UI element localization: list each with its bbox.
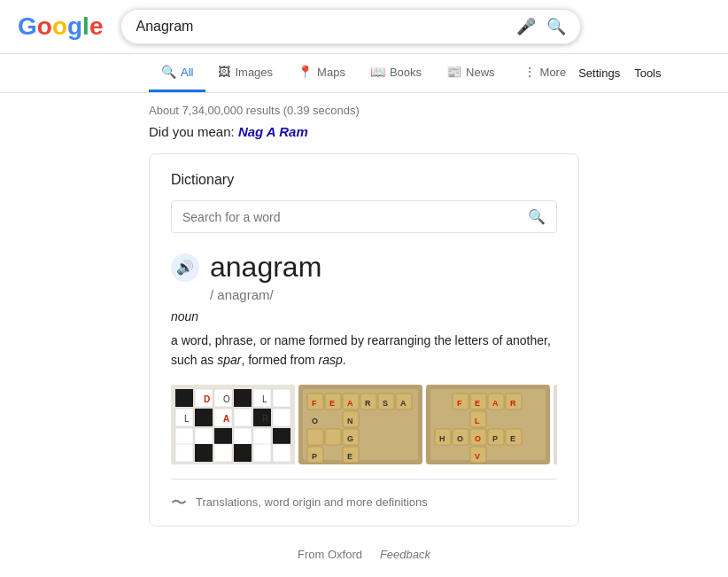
did-you-mean: Did you mean: Nag A Ram (149, 124, 579, 139)
tab-news[interactable]: 📰 News (434, 54, 507, 92)
search-submit-icon[interactable]: 🔍 (546, 17, 566, 36)
svg-text:E: E (475, 399, 480, 408)
all-tab-icon: 🔍 (161, 65, 176, 79)
svg-text:N: N (347, 417, 353, 425)
google-logo[interactable]: Google (18, 12, 103, 41)
svg-text:A: A (492, 399, 499, 408)
definition-example2: rasp (319, 353, 343, 367)
results-container: About 7,34,00,000 results (0.39 seconds)… (0, 93, 728, 577)
svg-rect-23 (234, 444, 252, 462)
tab-images[interactable]: 🖼 Images (205, 54, 285, 92)
svg-rect-11 (234, 409, 252, 426)
dictionary-search-input[interactable] (182, 210, 528, 224)
svg-rect-24 (253, 444, 271, 462)
svg-rect-14 (175, 428, 193, 446)
header: Google Anagram 🎤 🔍 (0, 0, 728, 54)
svg-rect-9 (195, 409, 213, 426)
dictionary-search-bar: 🔍 (171, 200, 557, 233)
svg-text:L: L (262, 394, 267, 404)
svg-rect-21 (195, 444, 213, 462)
dict-footer[interactable]: 〜 Translations, word origin and more def… (171, 479, 557, 526)
images-tab-icon: 🖼 (218, 65, 230, 79)
maps-tab-icon: 📍 (298, 65, 313, 79)
did-you-mean-link[interactable]: Nag A Ram (238, 124, 308, 139)
svg-rect-13 (273, 409, 290, 426)
svg-rect-25 (273, 444, 290, 462)
svg-rect-84 (554, 385, 557, 464)
svg-text:F: F (457, 399, 462, 408)
word-text: anagram (210, 251, 321, 284)
dict-image-1[interactable]: D O L L A R (171, 385, 295, 464)
svg-text:A: A (347, 399, 353, 408)
svg-rect-5 (234, 389, 252, 407)
svg-text:R: R (262, 414, 268, 424)
word-definition: a word, phrase, or name formed by rearra… (171, 331, 557, 370)
tab-all[interactable]: 🔍 All (149, 54, 205, 92)
nav-tabs: 🔍 All 🖼 Images 📍 Maps 📖 Books 📰 News ⋮ M… (0, 54, 728, 93)
svg-text:A: A (400, 399, 407, 408)
svg-text:O: O (457, 434, 463, 443)
svg-text:P: P (492, 434, 498, 443)
svg-text:A: A (223, 414, 229, 424)
word-pos: noun (171, 309, 557, 324)
svg-rect-19 (273, 428, 290, 446)
tools-link[interactable]: Tools (634, 66, 661, 80)
svg-text:R: R (365, 399, 371, 408)
more-tab-icon: ⋮ (523, 65, 536, 79)
nav-right: Settings Tools (578, 66, 661, 80)
news-tab-icon: 📰 (446, 65, 461, 79)
definition-example1: spar (217, 353, 241, 367)
feedback-link[interactable]: Feedback (380, 548, 430, 561)
svg-text:E: E (510, 434, 515, 443)
svg-rect-55 (307, 429, 323, 445)
svg-text:O: O (223, 394, 230, 404)
dictionary-title: Dictionary (171, 172, 557, 188)
dict-image-4[interactable]: L O V E ❤ (554, 385, 557, 464)
svg-text:O: O (475, 434, 481, 443)
definition-mid: , formed from (241, 353, 318, 367)
dictionary-search-icon[interactable]: 🔍 (528, 208, 546, 225)
tab-more[interactable]: ⋮ More (511, 54, 579, 92)
svg-rect-22 (214, 444, 232, 462)
svg-rect-18 (253, 428, 271, 446)
svg-text:V: V (475, 452, 480, 461)
did-you-mean-label: Did you mean: (149, 124, 238, 139)
definition-end: . (343, 353, 346, 367)
from-oxford-label: From Oxford (298, 548, 362, 561)
search-bar-icons: 🎤 🔍 (516, 17, 566, 36)
svg-rect-20 (175, 444, 193, 462)
word-entry: 🔊 anagram / anagram/ noun a word, phrase… (171, 251, 557, 464)
dict-image-3[interactable]: F E A R L O V H (426, 385, 550, 464)
speaker-icon: 🔊 (176, 259, 194, 276)
svg-text:P: P (312, 452, 317, 461)
svg-text:L: L (184, 414, 190, 424)
dict-image-2[interactable]: F E A R S A N G E H G (298, 385, 422, 464)
svg-text:F: F (312, 399, 317, 408)
svg-rect-7 (273, 389, 290, 407)
svg-text:S: S (383, 399, 388, 408)
audio-button[interactable]: 🔊 (171, 253, 199, 282)
chevron-down-icon: 〜 (171, 492, 187, 513)
svg-rect-17 (234, 428, 252, 446)
tab-books[interactable]: 📖 Books (358, 54, 434, 92)
results-count: About 7,34,00,000 results (0.39 seconds) (149, 104, 579, 117)
word-phonetic: / anagram/ (210, 287, 557, 302)
microphone-icon[interactable]: 🎤 (516, 17, 536, 36)
svg-rect-15 (195, 428, 213, 446)
word-header: 🔊 anagram (171, 251, 557, 284)
svg-text:E: E (329, 399, 335, 408)
search-input[interactable]: Anagram (136, 19, 509, 35)
svg-text:R: R (510, 399, 516, 408)
books-tab-icon: 📖 (370, 65, 385, 79)
settings-link[interactable]: Settings (578, 66, 620, 80)
svg-text:L: L (475, 417, 480, 425)
tab-maps[interactable]: 📍 Maps (285, 54, 358, 92)
svg-text:E: E (347, 452, 352, 461)
search-bar: Anagram 🎤 🔍 (120, 9, 581, 44)
svg-rect-2 (175, 389, 193, 407)
svg-text:D: D (204, 394, 210, 404)
bottom-bar: From Oxford Feedback (149, 541, 579, 568)
dictionary-card: Dictionary 🔍 🔊 anagram / anagram/ noun a… (149, 153, 579, 526)
svg-rect-53 (325, 429, 341, 445)
images-row: D O L L A R (171, 385, 557, 464)
